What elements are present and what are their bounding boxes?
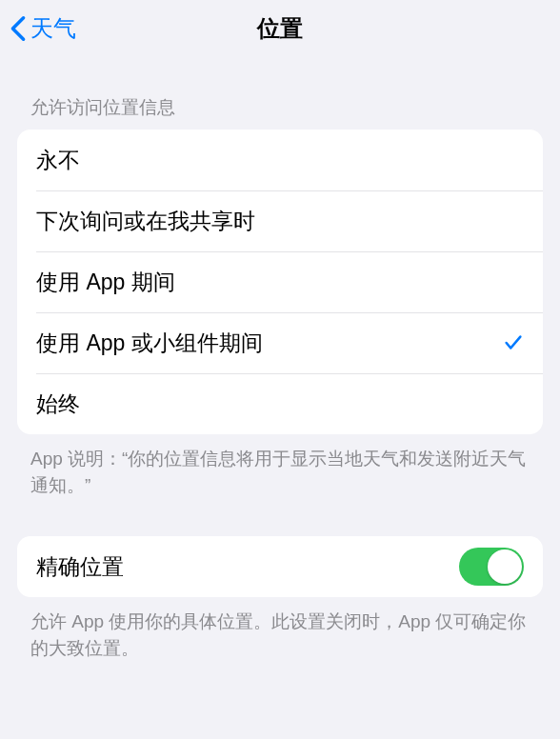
- precise-location-row[interactable]: 精确位置: [17, 536, 543, 597]
- chevron-left-icon: [10, 15, 27, 42]
- section-footer-precise-location: 允许 App 使用你的具体位置。此设置关闭时，App 仅可确定你的大致位置。: [0, 597, 560, 661]
- section-header-location-access: 允许访问位置信息: [0, 57, 560, 130]
- option-never[interactable]: 永不: [17, 130, 543, 190]
- precise-location-label: 精确位置: [36, 552, 459, 582]
- precise-location-toggle[interactable]: [459, 548, 524, 586]
- option-label: 始终: [36, 389, 524, 419]
- page-title: 位置: [0, 13, 560, 44]
- option-while-using-app[interactable]: 使用 App 期间: [17, 251, 543, 312]
- option-label: 使用 App 或小组件期间: [36, 329, 503, 358]
- location-access-group: 永不 下次询问或在我共享时 使用 App 期间 使用 App 或小组件期间 始终: [17, 130, 543, 434]
- checkmark-icon: [503, 332, 524, 353]
- back-button[interactable]: 天气: [0, 13, 76, 44]
- option-always[interactable]: 始终: [17, 373, 543, 434]
- navbar: 天气 位置: [0, 0, 560, 57]
- toggle-knob: [488, 549, 522, 584]
- back-label: 天气: [30, 13, 76, 44]
- option-while-using-app-or-widgets[interactable]: 使用 App 或小组件期间: [17, 312, 543, 373]
- option-ask-next-time[interactable]: 下次询问或在我共享时: [17, 190, 543, 251]
- option-label: 下次询问或在我共享时: [36, 207, 524, 236]
- option-label: 永不: [36, 146, 524, 175]
- precise-location-group: 精确位置: [17, 536, 543, 597]
- section-footer-app-explanation: App 说明：“你的位置信息将用于显示当地天气和发送附近天气通知。”: [0, 434, 560, 498]
- option-label: 使用 App 期间: [36, 268, 524, 297]
